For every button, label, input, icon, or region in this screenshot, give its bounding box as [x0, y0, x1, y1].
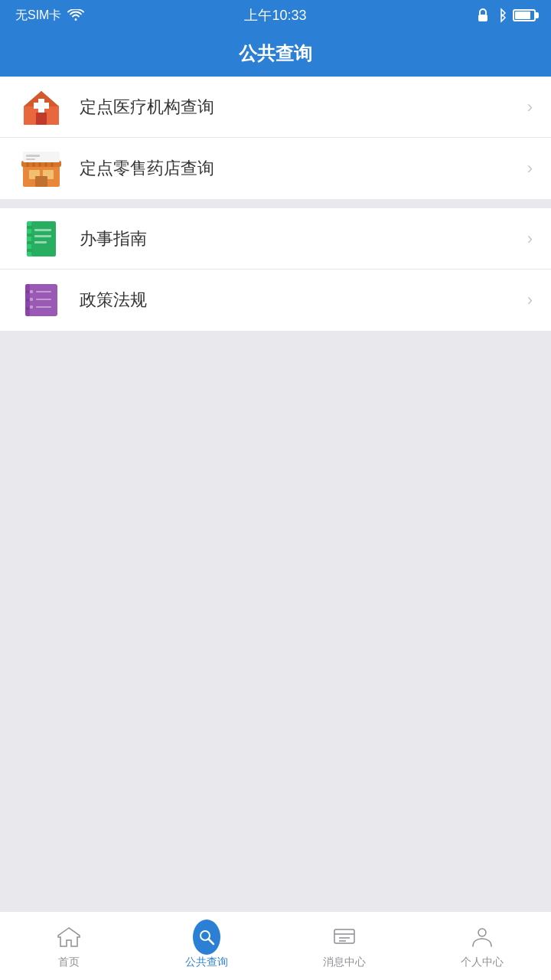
svg-rect-35: [36, 306, 51, 308]
hospital-chevron: ›: [527, 97, 533, 117]
svg-rect-31: [36, 291, 51, 292]
nav-bar: 公共查询: [0, 31, 551, 77]
policy-chevron: ›: [527, 290, 533, 310]
status-bar: 无SIM卡 上午10:33: [0, 0, 551, 31]
pharmacy-icon-container: [18, 145, 64, 191]
svg-rect-28: [27, 249, 33, 252]
svg-point-39: [26, 307, 29, 310]
guide-chevron: ›: [527, 229, 533, 249]
svg-rect-22: [34, 229, 51, 231]
pharmacy-label: 定点零售药店查询: [80, 157, 527, 180]
svg-rect-16: [26, 158, 35, 160]
battery-icon: [513, 9, 536, 21]
tab-query-label: 公共查询: [185, 956, 228, 969]
guide-icon: [22, 218, 60, 260]
policy-icon: [21, 279, 62, 321]
no-sim-label: 无SIM卡: [15, 8, 61, 24]
svg-rect-30: [30, 290, 33, 293]
lock-icon: [476, 8, 490, 23]
tab-bar: 首页 公共查询 消息中心: [0, 911, 551, 980]
page-title: 公共查询: [239, 41, 312, 66]
hospital-icon-container: [18, 84, 64, 130]
status-time: 上午10:33: [244, 6, 306, 24]
tab-profile[interactable]: 个人中心: [413, 923, 551, 969]
svg-point-37: [26, 290, 29, 293]
list-item-policy[interactable]: 政策法规 ›: [0, 270, 551, 331]
list-item-pharmacy[interactable]: 定点零售药店查询 ›: [0, 138, 551, 199]
svg-rect-6: [38, 103, 44, 109]
svg-rect-32: [30, 298, 33, 301]
svg-rect-23: [34, 235, 51, 237]
tab-message[interactable]: 消息中心: [276, 923, 413, 969]
list-section-info: 办事指南 ›: [0, 208, 551, 331]
status-bar-left: 无SIM卡: [15, 8, 84, 24]
svg-rect-34: [30, 305, 33, 309]
policy-icon-container: [18, 277, 64, 323]
svg-rect-19: [35, 176, 47, 187]
tab-home[interactable]: 首页: [0, 923, 138, 969]
list-section-medical: 定点医疗机构查询 ›: [0, 77, 551, 199]
status-bar-right: [476, 8, 536, 23]
wifi-icon: [67, 9, 84, 21]
svg-rect-15: [26, 155, 40, 157]
svg-rect-24: [34, 241, 47, 243]
tab-query-icon: [193, 923, 220, 951]
svg-rect-0: [478, 15, 487, 21]
policy-label: 政策法规: [80, 289, 527, 312]
svg-rect-27: [27, 241, 33, 244]
tab-message-icon: [331, 923, 358, 951]
tab-query[interactable]: 公共查询: [138, 923, 276, 969]
svg-rect-21: [31, 221, 56, 256]
tab-profile-label: 个人中心: [461, 956, 504, 969]
bluetooth-icon: [496, 8, 507, 23]
tab-message-label: 消息中心: [323, 956, 366, 969]
hospital-icon: [21, 87, 62, 128]
tab-profile-icon: [468, 923, 496, 951]
list-item-hospital[interactable]: 定点医疗机构查询 ›: [0, 77, 551, 138]
svg-rect-25: [27, 226, 33, 229]
svg-rect-33: [36, 299, 51, 300]
hospital-label: 定点医疗机构查询: [80, 96, 527, 119]
tab-home-label: 首页: [58, 956, 80, 969]
tab-home-icon: [55, 923, 83, 951]
svg-rect-3: [36, 113, 47, 125]
list-item-guide[interactable]: 办事指南 ›: [0, 208, 551, 270]
pharmacy-icon: [20, 149, 63, 188]
svg-point-38: [26, 299, 29, 302]
guide-icon-container: [18, 216, 64, 262]
content-area: 定点医疗机构查询 ›: [0, 77, 551, 911]
svg-point-46: [478, 929, 486, 936]
svg-line-41: [209, 939, 214, 944]
svg-rect-26: [27, 234, 33, 237]
guide-label: 办事指南: [80, 227, 527, 250]
pharmacy-chevron: ›: [527, 158, 533, 178]
